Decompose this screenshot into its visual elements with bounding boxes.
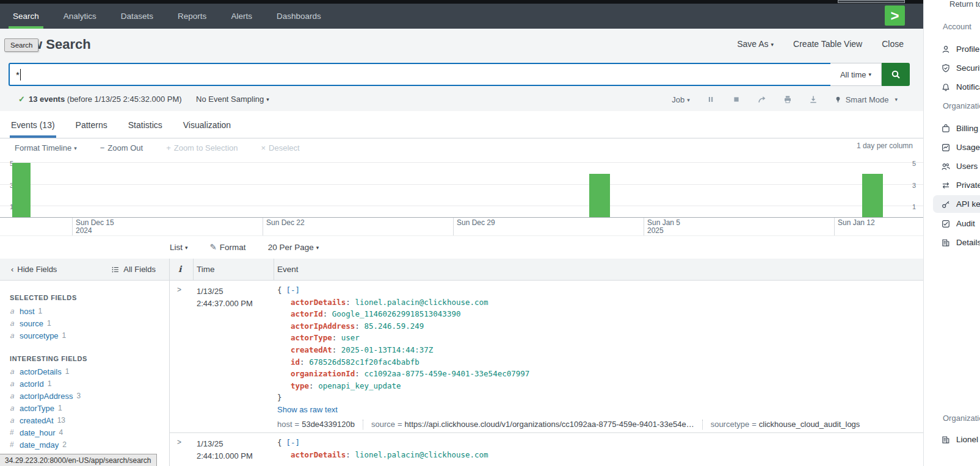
all-fields-button[interactable]: All Fields — [111, 265, 156, 274]
cloud-item-profile[interactable]: Profile — [933, 40, 980, 58]
save-as-button[interactable]: Save As▾ — [737, 39, 774, 49]
meta-field-value[interactable]: https://api.clickhouse.cloud/v1/organiza… — [405, 420, 694, 429]
json-key[interactable]: createdAt — [291, 345, 332, 354]
field-link[interactable]: source — [20, 319, 43, 328]
format-button[interactable]: ✎Format — [210, 242, 246, 252]
download-icon[interactable] — [808, 95, 818, 104]
cloud-item-usage[interactable]: Usage — [933, 138, 980, 156]
tab-patterns[interactable]: Patterns — [74, 112, 109, 138]
json-key[interactable]: actorIpAddress — [291, 321, 355, 331]
timeline-format-timeline[interactable]: Format Timeline▾ — [15, 143, 77, 152]
field-item-date_mday[interactable]: #date_mday2 — [10, 439, 81, 451]
json-value[interactable]: 85.246.59.249 — [364, 321, 424, 331]
hide-fields-button[interactable]: ‹Hide Fields — [11, 265, 57, 274]
field-item-source[interactable]: asource1 — [10, 317, 66, 329]
cloud-item-notifications[interactable]: Notifications — [933, 78, 980, 96]
field-item-sourcetype[interactable]: asourcetype1 — [10, 329, 66, 342]
cloud-item-private[interactable]: Private — [933, 176, 980, 194]
list-view-dropdown[interactable]: List▾ — [170, 243, 188, 252]
json-key[interactable]: id — [291, 357, 300, 367]
field-item-createdAt[interactable]: acreatedAt13 — [10, 414, 81, 426]
cloud-item-lionel[interactable]: Lionel — [933, 431, 980, 448]
json-collapse-toggle[interactable]: [-] — [286, 438, 300, 447]
show-raw-text-link[interactable]: Show as raw text — [277, 405, 338, 414]
stop-icon[interactable] — [731, 95, 741, 104]
json-key[interactable]: actorId — [291, 309, 323, 318]
event-json: {[-]actorDetails: lionel.palacin@clickho… — [277, 284, 923, 404]
json-value[interactable]: openapi_key_update — [318, 381, 401, 390]
json-key[interactable]: type — [291, 381, 309, 390]
per-page-dropdown[interactable]: 20 Per Page▾ — [268, 243, 319, 252]
usage-chart-icon — [941, 143, 951, 152]
search-query-input[interactable]: * — [9, 63, 843, 86]
tab-events-13-[interactable]: Events (13) — [10, 112, 56, 138]
json-key[interactable]: actorType — [291, 333, 332, 342]
expand-caret-icon[interactable]: > — [177, 285, 181, 294]
json-value[interactable]: Google_114602629918513043390 — [332, 309, 461, 318]
json-value[interactable]: lionel.palacin@clickhouse.com — [355, 450, 488, 459]
tab-statistics[interactable]: Statistics — [127, 112, 164, 138]
timeline-deselect[interactable]: ×Deselect — [261, 143, 300, 152]
nav-item-alerts[interactable]: Alerts — [229, 4, 254, 29]
time-range-picker[interactable]: All time▾ — [830, 63, 882, 86]
y-axis-tick-label: 5 — [912, 160, 922, 167]
field-link[interactable]: createdAt — [20, 416, 54, 425]
field-link[interactable]: sourcetype — [20, 331, 59, 340]
nav-item-datasets[interactable]: Datasets — [119, 4, 155, 29]
field-item-actorId[interactable]: aactorId1 — [10, 378, 81, 390]
field-item-host[interactable]: ahost1 — [10, 305, 66, 317]
field-link[interactable]: actorId — [20, 379, 44, 389]
timeline-zoom-out[interactable]: −Zoom Out — [100, 143, 143, 152]
field-item-date_hour[interactable]: #date_hour4 — [10, 426, 81, 439]
tab-visualization[interactable]: Visualization — [182, 112, 232, 138]
json-value[interactable]: 678526d582c1f20fac4babfb — [309, 357, 419, 367]
json-key[interactable]: actorDetails — [291, 298, 346, 307]
field-link[interactable]: actorIpAddress — [20, 392, 73, 401]
timeline-bar[interactable] — [589, 174, 610, 217]
splunk-logo[interactable]: > — [885, 5, 905, 26]
search-mode-dropdown[interactable]: Smart Mode▾ — [834, 95, 898, 104]
field-item-actorIpAddress[interactable]: aactorIpAddress3 — [10, 390, 81, 402]
field-link[interactable]: host — [20, 307, 35, 316]
nav-item-reports[interactable]: Reports — [176, 4, 208, 29]
cloud-item-users[interactable]: Users — [933, 157, 980, 175]
pause-icon[interactable] — [706, 95, 716, 104]
json-key[interactable]: actorDetails — [291, 450, 346, 459]
selected-fields-list: ahost1asource1asourcetype1 — [10, 305, 66, 342]
nav-item-analytics[interactable]: Analytics — [62, 4, 98, 29]
create-table-view-button[interactable]: Create Table View — [793, 39, 862, 49]
expand-caret-icon[interactable]: > — [177, 438, 181, 446]
field-link[interactable]: date_mday — [20, 440, 59, 450]
nav-item-dashboards[interactable]: Dashboards — [275, 4, 323, 29]
field-link[interactable]: actorDetails — [20, 367, 62, 376]
json-value[interactable]: cc1092aa-8775-459e-9401-33e54ec07997 — [364, 369, 529, 378]
timeline-bar[interactable] — [862, 174, 883, 217]
cloud-item-audit[interactable]: Audit — [933, 215, 980, 232]
field-item-actorDetails[interactable]: aactorDetails1 — [10, 365, 81, 378]
cloud-item-api-keys[interactable]: API keys — [933, 195, 980, 213]
meta-field-value[interactable]: clickhouse_cloud_audit_logs — [759, 420, 860, 429]
return-link[interactable]: Return to — [949, 0, 980, 9]
field-link[interactable]: actorType — [20, 404, 54, 413]
timeline-bar[interactable] — [12, 163, 31, 217]
share-icon[interactable] — [757, 95, 767, 104]
json-key[interactable]: organizationId — [291, 369, 355, 378]
print-icon[interactable] — [783, 95, 793, 104]
pencil-icon: ✎ — [210, 243, 217, 252]
json-collapse-toggle[interactable]: [-] — [286, 285, 300, 295]
nav-item-search[interactable]: Search — [11, 4, 41, 29]
job-dropdown[interactable]: Job▾ — [672, 95, 690, 104]
json-value[interactable]: 2025-01-13T14:44:37Z — [341, 345, 434, 354]
json-value[interactable]: lionel.palacin@clickhouse.com — [355, 298, 488, 307]
cloud-item-details[interactable]: Details — [933, 234, 980, 251]
meta-field-value[interactable]: 53de4339120b — [302, 420, 355, 429]
cloud-item-billing[interactable]: Billing — [933, 120, 980, 137]
timeline-zoom-to-selection[interactable]: +Zoom to Selection — [166, 143, 238, 152]
close-button[interactable]: Close — [882, 39, 904, 49]
field-item-actorType[interactable]: aactorType1 — [10, 402, 81, 414]
field-link[interactable]: date_hour — [20, 428, 56, 437]
event-sampling-dropdown[interactable]: No Event Sampling▾ — [196, 95, 269, 104]
json-value[interactable]: user — [341, 333, 360, 342]
cloud-item-security[interactable]: Security — [933, 59, 980, 77]
search-button[interactable] — [882, 63, 910, 86]
